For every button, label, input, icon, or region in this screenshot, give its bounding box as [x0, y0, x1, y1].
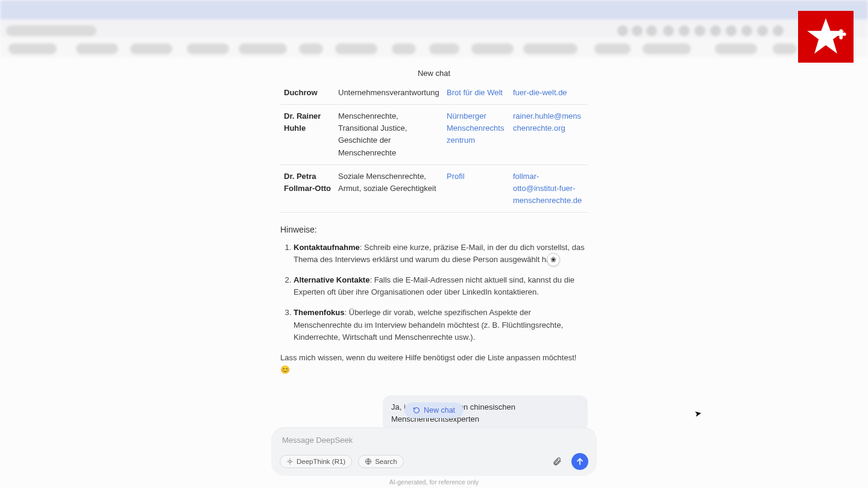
expert-topic: Unternehmensverantwortung [335, 81, 443, 105]
deepthink-chip[interactable]: DeepThink (R1) [280, 455, 352, 468]
new-chat-button[interactable]: New chat [404, 402, 464, 418]
arrow-up-icon [575, 457, 585, 466]
expert-contact-link[interactable]: rainer.huhle@menschenrechte.org [513, 111, 581, 133]
sparkle-icon [286, 458, 294, 465]
table-row: Dr. Petra Follmar-Otto Soziale Menschenr… [280, 164, 588, 212]
expert-org-link[interactable]: Brot für die Welt [447, 88, 503, 97]
closing-text: Lass mich wissen, wenn du weitere Hilfe … [280, 352, 588, 376]
expert-topic: Soziale Menschenrechte, Armut, soziale G… [335, 164, 443, 212]
new-chat-label: New chat [424, 406, 455, 414]
search-chip[interactable]: Search [358, 455, 403, 468]
stern-logo [798, 11, 854, 63]
expert-topic: Menschenrechte, Transitional Justice, Ge… [335, 105, 443, 165]
expert-contact-link[interactable]: follmar-otto@institut-fuer-menschenrecht… [513, 172, 582, 205]
hints-list: Kontaktaufnahme: Schreib eine kurze, prä… [280, 242, 588, 343]
attach-button[interactable] [549, 453, 565, 470]
experts-table: Duchrow Unternehmensverantwortung Brot f… [280, 81, 588, 213]
footer-disclaimer: AI-generated, for reference only [0, 478, 868, 486]
expert-name: Duchrow [280, 81, 335, 105]
expert-contact-link[interactable]: fuer-die-welt.de [513, 88, 567, 97]
send-button[interactable] [571, 453, 588, 470]
browser-chrome [0, 0, 868, 57]
message-input[interactable]: Message DeepSeek [280, 436, 588, 453]
svg-point-4 [289, 460, 291, 463]
list-item: Kontaktaufnahme: Schreib eine kurze, prä… [294, 242, 588, 266]
expert-org-link[interactable]: Nürnberger Menschenrechtszentrum [447, 111, 504, 145]
globe-icon [365, 458, 372, 465]
message-input-container[interactable]: Message DeepSeek DeepThink (R1) Search [271, 427, 597, 476]
refresh-icon [413, 407, 420, 414]
table-row: Dr. Rainer Huhle Menschenrechte, Transit… [280, 105, 588, 165]
hints-title: Hinweise: [280, 224, 588, 237]
paperclip-icon [552, 457, 562, 466]
expert-name: Dr. Petra Follmar-Otto [280, 164, 335, 212]
list-item: Alternative Kontakte: Falls die E-Mail-A… [294, 274, 588, 298]
page-title: New chat [418, 69, 450, 78]
extension-badge-icon[interactable]: ❀ [547, 253, 560, 266]
expert-name: Dr. Rainer Huhle [280, 105, 335, 165]
mouse-cursor-icon: ➤ [694, 408, 703, 419]
list-item: Themenfokus: Überlege dir vorab, welche … [294, 307, 588, 343]
expert-org-link[interactable]: Profil [447, 172, 465, 181]
table-row: Duchrow Unternehmensverantwortung Brot f… [280, 81, 588, 105]
